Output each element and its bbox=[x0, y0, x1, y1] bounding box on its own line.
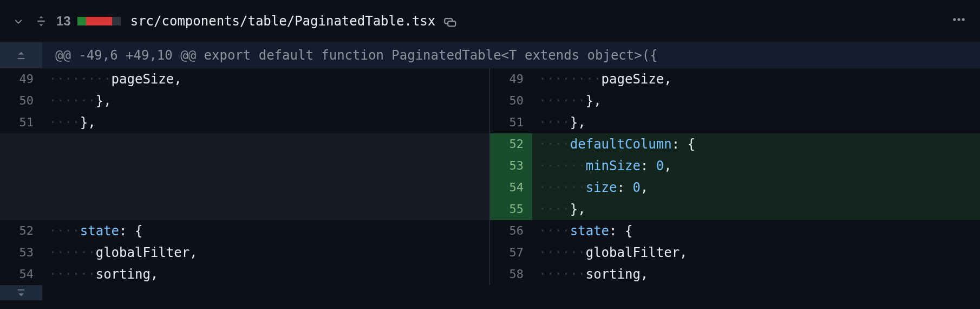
diff-line[interactable]: 52····defaultColumn: { bbox=[490, 133, 980, 155]
diff-line[interactable]: 54······size: 0, bbox=[490, 177, 980, 198]
svg-point-1 bbox=[957, 18, 960, 21]
code-content: ······globalFilter, bbox=[532, 242, 980, 263]
copy-path-icon[interactable] bbox=[444, 15, 457, 28]
expand-up-icon[interactable] bbox=[0, 42, 42, 68]
code-content: ······sorting, bbox=[42, 263, 489, 285]
diff-square bbox=[77, 17, 86, 25]
code-content: ······globalFilter, bbox=[42, 242, 489, 263]
diff-line[interactable]: 49········pageSize, bbox=[0, 68, 489, 90]
line-number[interactable]: 52 bbox=[0, 220, 42, 242]
expand-down-icon[interactable] bbox=[0, 285, 42, 300]
diff-body: 49········pageSize,50······},51····},52·… bbox=[0, 68, 980, 285]
svg-point-2 bbox=[962, 18, 965, 21]
line-number[interactable]: 50 bbox=[490, 90, 532, 112]
diff-empty-row bbox=[0, 155, 489, 177]
line-number[interactable]: 56 bbox=[490, 220, 532, 242]
code-content: ······}, bbox=[532, 90, 980, 112]
code-content: ······sorting, bbox=[532, 263, 980, 285]
diff-empty-row bbox=[0, 198, 489, 220]
svg-point-0 bbox=[953, 18, 956, 21]
code-content: ······}, bbox=[42, 90, 489, 112]
code-content bbox=[42, 133, 489, 155]
line-number bbox=[0, 155, 42, 177]
code-content: ········pageSize, bbox=[532, 68, 980, 90]
diff-line[interactable]: 56····state: { bbox=[490, 220, 980, 242]
code-content: ········pageSize, bbox=[42, 68, 489, 90]
diff-stat-squares bbox=[77, 17, 121, 25]
line-number[interactable]: 55 bbox=[490, 198, 532, 220]
line-number[interactable]: 58 bbox=[490, 263, 532, 285]
code-content: ····defaultColumn: { bbox=[532, 133, 980, 155]
hunk-footer bbox=[0, 285, 980, 300]
diff-line[interactable]: 50······}, bbox=[0, 90, 489, 112]
diff-empty-row bbox=[0, 177, 489, 198]
code-content: ······minSize: 0, bbox=[532, 155, 980, 177]
diff-square bbox=[112, 17, 121, 25]
line-number[interactable]: 52 bbox=[490, 133, 532, 155]
diff-square bbox=[86, 17, 95, 25]
diff-line[interactable]: 53······minSize: 0, bbox=[490, 155, 980, 177]
line-number[interactable]: 49 bbox=[0, 68, 42, 90]
line-number[interactable]: 49 bbox=[490, 68, 532, 90]
comment-count: 13 bbox=[56, 14, 71, 29]
diff-square bbox=[95, 17, 103, 25]
code-content: ····}, bbox=[532, 112, 980, 133]
file-header: 13 src/components/table/PaginatedTable.t… bbox=[0, 0, 980, 42]
code-content: ····state: { bbox=[42, 220, 489, 242]
line-number[interactable]: 54 bbox=[490, 177, 532, 198]
diff-line[interactable]: 57······globalFilter, bbox=[490, 242, 980, 263]
diff-line[interactable]: 55····}, bbox=[490, 198, 980, 220]
diff-line[interactable]: 51····}, bbox=[0, 112, 489, 133]
line-number bbox=[0, 133, 42, 155]
collapse-toggle[interactable] bbox=[11, 14, 26, 29]
diff-empty-row bbox=[0, 133, 489, 155]
line-number bbox=[0, 177, 42, 198]
code-content: ····}, bbox=[532, 198, 980, 220]
diff-line[interactable]: 54······sorting, bbox=[0, 263, 489, 285]
diff-line[interactable]: 50······}, bbox=[490, 90, 980, 112]
code-content bbox=[42, 198, 489, 220]
line-number[interactable]: 57 bbox=[490, 242, 532, 263]
diff-line[interactable]: 58······sorting, bbox=[490, 263, 980, 285]
hunk-text: @@ -49,6 +49,10 @@ export default functi… bbox=[42, 48, 980, 63]
line-number[interactable]: 53 bbox=[490, 155, 532, 177]
diff-left-side: 49········pageSize,50······},51····},52·… bbox=[0, 68, 490, 285]
file-path[interactable]: src/components/table/PaginatedTable.tsx bbox=[130, 14, 436, 29]
line-number[interactable]: 50 bbox=[0, 90, 42, 112]
diff-line[interactable]: 52····state: { bbox=[0, 220, 489, 242]
diff-line[interactable]: 49········pageSize, bbox=[490, 68, 980, 90]
line-number[interactable]: 51 bbox=[0, 112, 42, 133]
code-content: ······size: 0, bbox=[532, 177, 980, 198]
line-number[interactable]: 51 bbox=[490, 112, 532, 133]
code-content bbox=[42, 177, 489, 198]
code-content bbox=[42, 155, 489, 177]
diff-line[interactable]: 53······globalFilter, bbox=[0, 242, 489, 263]
line-number bbox=[0, 198, 42, 220]
code-content: ····}, bbox=[42, 112, 489, 133]
expand-all-icon[interactable] bbox=[34, 14, 49, 29]
code-content: ····state: { bbox=[532, 220, 980, 242]
file-menu-kebab-icon[interactable] bbox=[952, 12, 966, 29]
line-number[interactable]: 54 bbox=[0, 263, 42, 285]
line-number[interactable]: 53 bbox=[0, 242, 42, 263]
diff-square bbox=[103, 17, 112, 25]
diff-right-side: 49········pageSize,50······},51····},52·… bbox=[490, 68, 980, 285]
diff-line[interactable]: 51····}, bbox=[490, 112, 980, 133]
hunk-header: @@ -49,6 +49,10 @@ export default functi… bbox=[0, 42, 980, 68]
